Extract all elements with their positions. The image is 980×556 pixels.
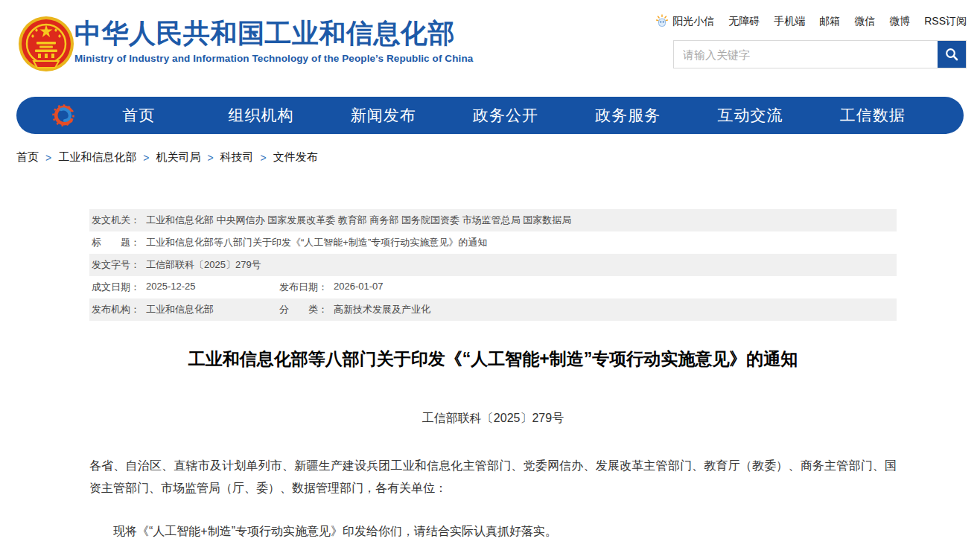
meta-value: 工业和信息化部 中央网信办 国家发展改革委 教育部 商务部 国务院国资委 市场监… xyxy=(146,214,571,227)
meta-row-doc-number: 发文字号： 工信部联科〔2025〕279号 xyxy=(89,254,897,276)
meta-value: 工信部联科〔2025〕279号 xyxy=(146,258,261,272)
document-meta-table: 发文机关： 工业和信息化部 中央网信办 国家发展改革委 教育部 商务部 国务院国… xyxy=(89,209,897,321)
breadcrumb-separator: > xyxy=(207,152,213,164)
breadcrumb: 首页 > 工业和信息化部 > 机关司局 > 科技司 > 文件发布 xyxy=(16,134,980,164)
link-label: RSS订阅 xyxy=(924,15,967,28)
meta-value: 工业和信息化部等八部门关于印发《“人工智能+制造”专项行动实施意见》的通知 xyxy=(146,236,487,249)
site-search xyxy=(673,40,967,68)
link-mail[interactable]: 邮箱 xyxy=(819,15,840,28)
article-doc-number: 工信部联科〔2025〕279号 xyxy=(89,411,897,426)
article-paragraph: 各省、自治区、直辖市及计划单列市、新疆生产建设兵团工业和信息化主管部门、党委网信… xyxy=(89,455,897,499)
meta-row-issuing-agency: 发文机关： 工业和信息化部 中央网信办 国家发展改革委 教育部 商务部 国务院国… xyxy=(89,209,897,231)
meta-row-dates: 成文日期： 2025-12-25 发布日期： 2026-01-07 xyxy=(89,276,897,298)
article-title: 工业和信息化部等八部门关于印发《“人工智能+制造”专项行动实施意见》的通知 xyxy=(89,348,897,371)
link-mobile[interactable]: 手机端 xyxy=(774,15,805,28)
top-utility-links: 阳光小信 无障碍 手机端 邮箱 微信 微博 RSS订阅 xyxy=(655,14,967,29)
link-sunshine-xiaoxin[interactable]: 阳光小信 xyxy=(655,14,714,29)
article-paragraph: 现将《“人工智能+制造”专项行动实施意见》印发给你们，请结合实际认真抓好落实。 xyxy=(89,520,897,543)
site-title: 中华人民共和国工业和信息化部 xyxy=(74,18,473,48)
nav-item-gov-disclosure[interactable]: 政务公开 xyxy=(445,105,567,126)
link-accessibility[interactable]: 无障碍 xyxy=(728,15,760,28)
site-title-block: 中华人民共和国工业和信息化部 Ministry of Industry and … xyxy=(74,18,473,64)
meta-value: 高新技术发展及产业化 xyxy=(334,303,430,316)
nav-item-organization[interactable]: 组织机构 xyxy=(200,105,322,126)
meta-label: 标 题： xyxy=(92,236,140,249)
china-national-emblem-icon xyxy=(16,15,76,74)
site-title-english: Ministry of Industry and Information Tec… xyxy=(74,53,473,64)
search-input[interactable] xyxy=(674,41,938,68)
meta-label: 发布机构： xyxy=(92,303,140,316)
link-label: 微博 xyxy=(889,15,910,28)
meta-row-publisher-category: 发布机构： 工业和信息化部 分 类： 高新技术发展及产业化 xyxy=(89,298,897,321)
breadcrumb-departments[interactable]: 机关司局 xyxy=(156,150,200,164)
link-wechat[interactable]: 微信 xyxy=(854,15,875,28)
link-rss[interactable]: RSS订阅 xyxy=(924,15,967,28)
meta-value: 2025-12-25 xyxy=(146,281,196,294)
miit-gear-logo-icon xyxy=(51,102,77,129)
nav-item-gov-services[interactable]: 政务服务 xyxy=(567,105,689,126)
meta-value: 工业和信息化部 xyxy=(146,303,214,316)
link-label: 无障碍 xyxy=(728,15,760,28)
nav-item-news[interactable]: 新闻发布 xyxy=(322,105,445,126)
link-label: 邮箱 xyxy=(819,15,840,28)
search-icon xyxy=(944,47,959,62)
breadcrumb-miit[interactable]: 工业和信息化部 xyxy=(58,150,136,164)
breadcrumb-document-release[interactable]: 文件发布 xyxy=(273,150,318,164)
meta-label: 分 类： xyxy=(279,303,328,316)
nav-item-miit-data[interactable]: 工信数据 xyxy=(812,105,934,126)
nav-items: 首页 组织机构 新闻发布 政务公开 政务服务 互动交流 工信数据 xyxy=(77,105,934,126)
document-content: 发文机关： 工业和信息化部 中央网信办 国家发展改革委 教育部 商务部 国务院国… xyxy=(89,209,897,543)
meta-label: 发文字号： xyxy=(92,258,140,272)
link-label: 手机端 xyxy=(774,15,805,28)
site-header: 中华人民共和国工业和信息化部 Ministry of Industry and … xyxy=(0,0,980,97)
link-label: 微信 xyxy=(854,15,875,28)
breadcrumb-separator: > xyxy=(143,152,149,164)
sunshine-mascot-icon xyxy=(655,14,669,29)
nav-item-interaction[interactable]: 互动交流 xyxy=(689,105,811,126)
nav-item-home[interactable]: 首页 xyxy=(77,105,200,126)
link-weibo[interactable]: 微博 xyxy=(889,15,910,28)
main-navigation: 首页 组织机构 新闻发布 政务公开 政务服务 互动交流 工信数据 xyxy=(16,97,964,134)
meta-label: 发文机关： xyxy=(92,214,140,227)
breadcrumb-separator: > xyxy=(261,152,267,164)
breadcrumb-separator: > xyxy=(45,152,51,164)
breadcrumb-science-tech-dept[interactable]: 科技司 xyxy=(220,150,254,164)
meta-value: 2026-01-07 xyxy=(334,281,384,294)
meta-label: 发布日期： xyxy=(279,281,328,294)
meta-label: 成文日期： xyxy=(92,281,140,294)
link-label: 阳光小信 xyxy=(672,15,714,28)
search-button[interactable] xyxy=(938,41,966,68)
meta-row-title: 标 题： 工业和信息化部等八部门关于印发《“人工智能+制造”专项行动实施意见》的… xyxy=(89,231,897,254)
breadcrumb-home[interactable]: 首页 xyxy=(16,150,39,164)
